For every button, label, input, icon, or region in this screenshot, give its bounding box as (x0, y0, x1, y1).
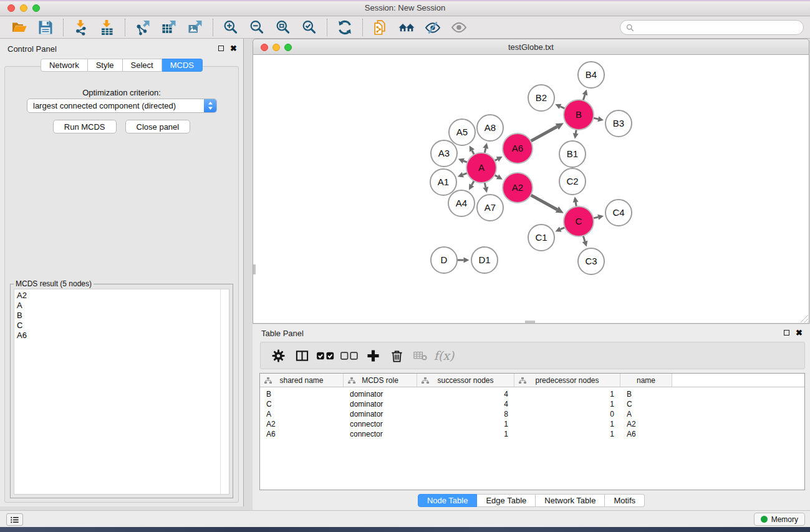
mcds-result-item[interactable]: B (14, 311, 229, 321)
edge-A2-C[interactable] (531, 195, 557, 210)
table-row[interactable]: A6connector11A6 (260, 429, 804, 439)
minimize-window-button[interactable] (20, 4, 27, 12)
memory-button[interactable]: Memory (754, 513, 805, 526)
node-D1[interactable]: D1 (471, 247, 498, 273)
edge-C-C4[interactable] (593, 217, 598, 218)
node-A8[interactable]: A8 (477, 115, 503, 141)
export-network-icon[interactable] (130, 18, 156, 37)
maximize-window-button[interactable] (32, 4, 40, 12)
node-C[interactable]: C (564, 206, 594, 236)
gear-icon[interactable] (266, 344, 290, 367)
edge-C-C3[interactable] (583, 236, 585, 241)
tab-style[interactable]: Style (88, 59, 123, 72)
mcds-result-list[interactable]: A2ABCA6 (14, 289, 229, 495)
table-row[interactable]: A2connector11A2 (260, 419, 804, 429)
eye-slash-icon[interactable] (420, 18, 446, 37)
search-input[interactable] (637, 22, 798, 33)
column-header-successor-nodes[interactable]: successor nodes (417, 374, 514, 387)
node-A7[interactable]: A7 (477, 195, 503, 221)
net-minimize-button[interactable] (272, 44, 280, 51)
edge-A-A5[interactable] (472, 150, 475, 154)
tab-select[interactable]: Select (123, 59, 162, 72)
search-field[interactable] (620, 20, 804, 35)
edge-C-C2[interactable] (576, 202, 576, 206)
edge-A-A1[interactable] (463, 173, 467, 175)
network-graph[interactable]: B4B2BB3A8A5A6A3B1AA1C2A2A4A7C4CC1DD1C3 (253, 55, 809, 322)
column-header-shared-name[interactable]: shared name (260, 374, 344, 387)
table-row[interactable]: Adominator80A (260, 409, 804, 419)
edge-A-A7[interactable] (485, 182, 486, 187)
node-A2[interactable]: A2 (503, 173, 533, 203)
node-C4[interactable]: C4 (605, 200, 632, 226)
tab-node-table[interactable]: Node Table (418, 494, 478, 507)
node-C1[interactable]: C1 (528, 225, 554, 251)
criterion-select[interactable]: largest connected component (directed) (27, 99, 217, 113)
edge-B-B4[interactable] (583, 95, 585, 100)
node-D[interactable]: D (431, 247, 457, 273)
mcds-result-item[interactable]: C (14, 321, 229, 331)
vertical-scroll-nub[interactable] (253, 264, 256, 274)
node-B4[interactable]: B4 (578, 62, 604, 88)
table-row[interactable]: Bdominator41B (260, 389, 804, 399)
table-row[interactable]: Cdominator41C (260, 399, 804, 409)
mcds-result-item[interactable]: A2 (14, 291, 229, 301)
net-maximize-button[interactable] (284, 44, 292, 51)
edge-B-B2[interactable] (561, 107, 566, 109)
node-B[interactable]: B (564, 100, 594, 130)
add-column-icon[interactable] (361, 344, 385, 367)
folder-open-icon[interactable] (6, 18, 32, 37)
edge-A-A3[interactable] (463, 161, 467, 162)
node-A4[interactable]: A4 (448, 190, 475, 216)
node-C2[interactable]: C2 (559, 168, 586, 195)
run-mcds-button[interactable]: Run MCDS (53, 120, 117, 133)
node-A5[interactable]: A5 (449, 119, 475, 145)
node-B3[interactable]: B3 (605, 110, 632, 137)
mcds-result-item[interactable]: A6 (14, 331, 229, 341)
task-history-button[interactable] (6, 513, 23, 526)
net-close-button[interactable] (261, 44, 268, 51)
tab-motifs[interactable]: Motifs (605, 494, 645, 507)
import-network-icon[interactable] (68, 18, 94, 37)
column-header-name[interactable]: name (620, 374, 672, 387)
document-network-icon[interactable] (367, 18, 393, 37)
close-panel-icon[interactable]: ✖ (230, 44, 237, 52)
export-table-icon[interactable] (156, 18, 182, 37)
edge-A-A4[interactable] (471, 181, 474, 185)
close-window-button[interactable] (7, 4, 15, 12)
zoom-selected-icon[interactable] (296, 18, 322, 37)
float-panel-icon[interactable] (218, 46, 224, 51)
tab-network-table[interactable]: Network Table (536, 494, 605, 507)
node-B1[interactable]: B1 (559, 141, 586, 167)
edge-C-C1[interactable] (561, 228, 565, 230)
unchecked-boxes-icon[interactable] (337, 344, 361, 367)
zoom-in-icon[interactable] (218, 18, 244, 37)
split-columns-icon[interactable] (290, 344, 314, 367)
tab-mcds[interactable]: MCDS (162, 59, 203, 72)
node-A[interactable]: A (466, 153, 496, 183)
column-header-MCDS-role[interactable]: MCDS role (344, 374, 417, 387)
zoom-out-icon[interactable] (244, 18, 270, 37)
tab-edge-table[interactable]: Edge Table (477, 494, 536, 507)
network-canvas[interactable]: B4B2BB3A8A5A6A3B1AA1C2A2A4A7C4CC1DD1C3 (253, 55, 809, 324)
close-table-panel-icon[interactable]: ✖ (796, 329, 803, 337)
node-C3[interactable]: C3 (578, 248, 604, 274)
float-table-panel-icon[interactable] (784, 330, 789, 336)
import-table-icon[interactable] (94, 18, 120, 37)
double-house-icon[interactable] (393, 18, 420, 37)
checked-boxes-icon[interactable] (314, 344, 337, 367)
export-image-icon[interactable] (182, 18, 208, 37)
edge-B-B3[interactable] (593, 118, 598, 119)
node-A1[interactable]: A1 (430, 169, 456, 195)
horizontal-scroll-nub[interactable] (525, 321, 535, 323)
edge-A-A8[interactable] (485, 148, 486, 153)
zoom-fit-icon[interactable] (270, 18, 296, 37)
refresh-icon[interactable] (332, 18, 358, 37)
floppy-save-icon[interactable] (32, 18, 59, 37)
network-window-titlebar[interactable]: testGlobe.txt (253, 39, 809, 55)
node-A3[interactable]: A3 (431, 140, 457, 167)
mcds-result-item[interactable]: A (14, 301, 229, 311)
column-header-predecessor-nodes[interactable]: predecessor nodes (514, 374, 620, 387)
edge-A6-B[interactable] (531, 127, 557, 141)
node-A6[interactable]: A6 (503, 133, 533, 163)
node-B2[interactable]: B2 (528, 85, 554, 111)
